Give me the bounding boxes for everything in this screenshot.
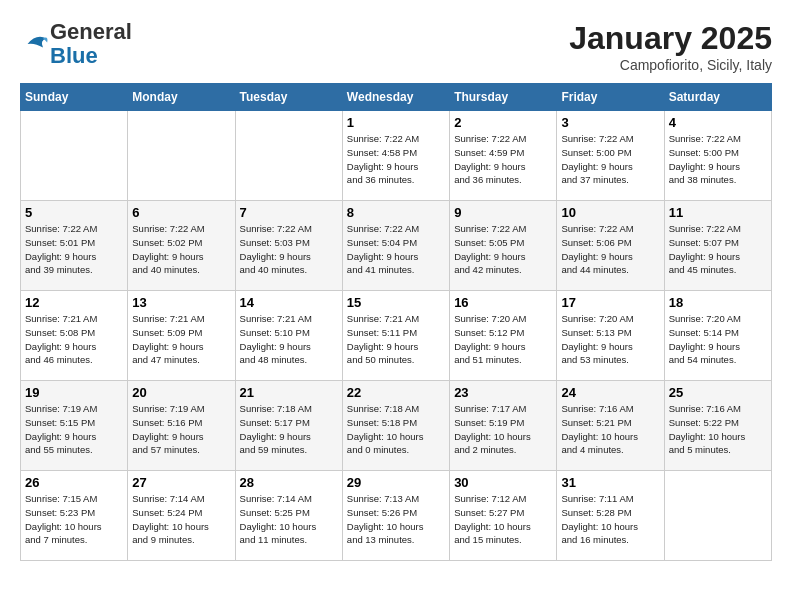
calendar-cell: 17Sunrise: 7:20 AM Sunset: 5:13 PM Dayli…	[557, 291, 664, 381]
page-header: General Blue January 2025 Campofiorito, …	[20, 20, 772, 73]
weekday-header-thursday: Thursday	[450, 84, 557, 111]
day-number: 25	[669, 385, 767, 400]
day-info: Sunrise: 7:21 AM Sunset: 5:11 PM Dayligh…	[347, 312, 445, 367]
day-number: 28	[240, 475, 338, 490]
day-number: 8	[347, 205, 445, 220]
calendar-cell: 12Sunrise: 7:21 AM Sunset: 5:08 PM Dayli…	[21, 291, 128, 381]
day-number: 18	[669, 295, 767, 310]
title-block: January 2025 Campofiorito, Sicily, Italy	[569, 20, 772, 73]
weekday-header-sunday: Sunday	[21, 84, 128, 111]
calendar-cell: 5Sunrise: 7:22 AM Sunset: 5:01 PM Daylig…	[21, 201, 128, 291]
day-info: Sunrise: 7:19 AM Sunset: 5:16 PM Dayligh…	[132, 402, 230, 457]
day-number: 20	[132, 385, 230, 400]
day-info: Sunrise: 7:21 AM Sunset: 5:10 PM Dayligh…	[240, 312, 338, 367]
calendar-cell: 16Sunrise: 7:20 AM Sunset: 5:12 PM Dayli…	[450, 291, 557, 381]
day-info: Sunrise: 7:16 AM Sunset: 5:22 PM Dayligh…	[669, 402, 767, 457]
location-subtitle: Campofiorito, Sicily, Italy	[569, 57, 772, 73]
weekday-header-wednesday: Wednesday	[342, 84, 449, 111]
calendar-cell: 19Sunrise: 7:19 AM Sunset: 5:15 PM Dayli…	[21, 381, 128, 471]
day-info: Sunrise: 7:20 AM Sunset: 5:12 PM Dayligh…	[454, 312, 552, 367]
calendar-week-2: 5Sunrise: 7:22 AM Sunset: 5:01 PM Daylig…	[21, 201, 772, 291]
day-info: Sunrise: 7:17 AM Sunset: 5:19 PM Dayligh…	[454, 402, 552, 457]
day-number: 1	[347, 115, 445, 130]
day-info: Sunrise: 7:22 AM Sunset: 5:04 PM Dayligh…	[347, 222, 445, 277]
day-info: Sunrise: 7:14 AM Sunset: 5:25 PM Dayligh…	[240, 492, 338, 547]
day-info: Sunrise: 7:14 AM Sunset: 5:24 PM Dayligh…	[132, 492, 230, 547]
day-info: Sunrise: 7:22 AM Sunset: 5:01 PM Dayligh…	[25, 222, 123, 277]
day-number: 17	[561, 295, 659, 310]
day-number: 22	[347, 385, 445, 400]
day-number: 31	[561, 475, 659, 490]
calendar-cell	[21, 111, 128, 201]
day-number: 14	[240, 295, 338, 310]
calendar-cell	[664, 471, 771, 561]
day-number: 11	[669, 205, 767, 220]
calendar-cell: 3Sunrise: 7:22 AM Sunset: 5:00 PM Daylig…	[557, 111, 664, 201]
day-number: 9	[454, 205, 552, 220]
calendar-cell	[235, 111, 342, 201]
day-info: Sunrise: 7:22 AM Sunset: 4:59 PM Dayligh…	[454, 132, 552, 187]
weekday-header-friday: Friday	[557, 84, 664, 111]
day-number: 27	[132, 475, 230, 490]
weekday-header-row: SundayMondayTuesdayWednesdayThursdayFrid…	[21, 84, 772, 111]
calendar-cell: 7Sunrise: 7:22 AM Sunset: 5:03 PM Daylig…	[235, 201, 342, 291]
day-info: Sunrise: 7:20 AM Sunset: 5:13 PM Dayligh…	[561, 312, 659, 367]
day-info: Sunrise: 7:22 AM Sunset: 4:58 PM Dayligh…	[347, 132, 445, 187]
day-number: 15	[347, 295, 445, 310]
calendar-cell: 29Sunrise: 7:13 AM Sunset: 5:26 PM Dayli…	[342, 471, 449, 561]
day-number: 7	[240, 205, 338, 220]
logo-blue-text: Blue	[50, 43, 98, 68]
calendar-cell: 25Sunrise: 7:16 AM Sunset: 5:22 PM Dayli…	[664, 381, 771, 471]
calendar-cell: 15Sunrise: 7:21 AM Sunset: 5:11 PM Dayli…	[342, 291, 449, 381]
day-number: 5	[25, 205, 123, 220]
calendar-cell: 6Sunrise: 7:22 AM Sunset: 5:02 PM Daylig…	[128, 201, 235, 291]
weekday-header-saturday: Saturday	[664, 84, 771, 111]
calendar-cell: 8Sunrise: 7:22 AM Sunset: 5:04 PM Daylig…	[342, 201, 449, 291]
calendar-cell: 11Sunrise: 7:22 AM Sunset: 5:07 PM Dayli…	[664, 201, 771, 291]
calendar-cell: 18Sunrise: 7:20 AM Sunset: 5:14 PM Dayli…	[664, 291, 771, 381]
day-info: Sunrise: 7:22 AM Sunset: 5:00 PM Dayligh…	[561, 132, 659, 187]
day-number: 2	[454, 115, 552, 130]
day-number: 6	[132, 205, 230, 220]
calendar-week-4: 19Sunrise: 7:19 AM Sunset: 5:15 PM Dayli…	[21, 381, 772, 471]
calendar-table: SundayMondayTuesdayWednesdayThursdayFrid…	[20, 83, 772, 561]
day-info: Sunrise: 7:13 AM Sunset: 5:26 PM Dayligh…	[347, 492, 445, 547]
logo-bird-icon	[22, 30, 50, 58]
day-info: Sunrise: 7:22 AM Sunset: 5:03 PM Dayligh…	[240, 222, 338, 277]
month-title: January 2025	[569, 20, 772, 57]
calendar-cell: 2Sunrise: 7:22 AM Sunset: 4:59 PM Daylig…	[450, 111, 557, 201]
day-number: 4	[669, 115, 767, 130]
day-number: 24	[561, 385, 659, 400]
day-number: 16	[454, 295, 552, 310]
calendar-cell: 22Sunrise: 7:18 AM Sunset: 5:18 PM Dayli…	[342, 381, 449, 471]
day-number: 12	[25, 295, 123, 310]
calendar-week-5: 26Sunrise: 7:15 AM Sunset: 5:23 PM Dayli…	[21, 471, 772, 561]
day-info: Sunrise: 7:22 AM Sunset: 5:06 PM Dayligh…	[561, 222, 659, 277]
day-info: Sunrise: 7:21 AM Sunset: 5:09 PM Dayligh…	[132, 312, 230, 367]
day-info: Sunrise: 7:22 AM Sunset: 5:02 PM Dayligh…	[132, 222, 230, 277]
day-info: Sunrise: 7:15 AM Sunset: 5:23 PM Dayligh…	[25, 492, 123, 547]
calendar-cell	[128, 111, 235, 201]
day-info: Sunrise: 7:22 AM Sunset: 5:07 PM Dayligh…	[669, 222, 767, 277]
day-info: Sunrise: 7:22 AM Sunset: 5:05 PM Dayligh…	[454, 222, 552, 277]
calendar-cell: 28Sunrise: 7:14 AM Sunset: 5:25 PM Dayli…	[235, 471, 342, 561]
weekday-header-tuesday: Tuesday	[235, 84, 342, 111]
day-info: Sunrise: 7:19 AM Sunset: 5:15 PM Dayligh…	[25, 402, 123, 457]
day-info: Sunrise: 7:11 AM Sunset: 5:28 PM Dayligh…	[561, 492, 659, 547]
day-info: Sunrise: 7:18 AM Sunset: 5:18 PM Dayligh…	[347, 402, 445, 457]
calendar-week-3: 12Sunrise: 7:21 AM Sunset: 5:08 PM Dayli…	[21, 291, 772, 381]
day-info: Sunrise: 7:12 AM Sunset: 5:27 PM Dayligh…	[454, 492, 552, 547]
calendar-cell: 4Sunrise: 7:22 AM Sunset: 5:00 PM Daylig…	[664, 111, 771, 201]
calendar-cell: 10Sunrise: 7:22 AM Sunset: 5:06 PM Dayli…	[557, 201, 664, 291]
day-number: 29	[347, 475, 445, 490]
calendar-cell: 9Sunrise: 7:22 AM Sunset: 5:05 PM Daylig…	[450, 201, 557, 291]
day-number: 10	[561, 205, 659, 220]
day-number: 13	[132, 295, 230, 310]
logo: General Blue	[20, 20, 132, 68]
calendar-cell: 30Sunrise: 7:12 AM Sunset: 5:27 PM Dayli…	[450, 471, 557, 561]
calendar-cell: 27Sunrise: 7:14 AM Sunset: 5:24 PM Dayli…	[128, 471, 235, 561]
weekday-header-monday: Monday	[128, 84, 235, 111]
day-number: 26	[25, 475, 123, 490]
calendar-cell: 31Sunrise: 7:11 AM Sunset: 5:28 PM Dayli…	[557, 471, 664, 561]
calendar-cell: 23Sunrise: 7:17 AM Sunset: 5:19 PM Dayli…	[450, 381, 557, 471]
